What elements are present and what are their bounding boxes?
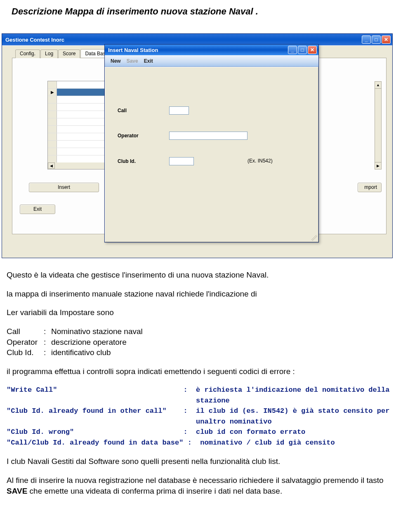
def-key: Call [7, 326, 44, 337]
definition-row: Club Id. : identificativo club [7, 347, 392, 358]
paragraph: la mappa di inserimento manuale stazione… [7, 289, 392, 299]
dialog-minimize-icon[interactable]: _ [288, 46, 297, 54]
close-icon[interactable]: ✕ [382, 35, 391, 44]
dialog-maximize-icon[interactable]: □ [298, 46, 307, 54]
text-span: che emette una videata di conferma prima… [27, 487, 282, 495]
dialog-body: Call Operator Club Id. (Ex. IN542) [105, 67, 318, 242]
maximize-icon[interactable]: □ [372, 35, 381, 44]
paragraph: I club Navali Gestiti dal Software sono … [7, 456, 392, 467]
resize-grip-icon[interactable] [311, 235, 317, 241]
menu-new[interactable]: New [111, 58, 121, 64]
scroll-up-icon[interactable]: ▲ [375, 82, 381, 89]
definition-row: Call : Nominativo stazione naval [7, 326, 392, 337]
definition-list: Call : Nominativo stazione naval Operato… [7, 326, 392, 358]
def-key: Club Id. [7, 347, 44, 358]
main-window: Gestione Contest Inorc _ □ ✕ Config. Log… [2, 33, 393, 258]
data-grid[interactable]: ▶ [47, 81, 105, 163]
minimize-icon[interactable]: _ [362, 35, 371, 44]
dialog-titlebar: Insert Naval Station _ □ ✕ [105, 45, 318, 55]
paragraph: Al fine di inserire la nuova registrazio… [7, 475, 392, 496]
definition-row: Operator : descrizione operatore [7, 337, 392, 348]
insert-naval-station-dialog: Insert Naval Station _ □ ✕ New Save Exit… [104, 44, 319, 242]
dialog-menubar: New Save Exit [105, 55, 318, 67]
menu-save[interactable]: Save [127, 58, 138, 64]
text-span: Al fine di inserire la nuova registrazio… [7, 476, 384, 485]
scroll-down-icon[interactable]: ▶ [375, 162, 381, 169]
def-colon: : [44, 347, 51, 358]
menu-exit[interactable]: Exit [144, 58, 153, 64]
tab-log[interactable]: Log [40, 49, 58, 58]
save-keyword: SAVE [7, 487, 27, 495]
row-pointer-icon: ▶ [51, 90, 54, 94]
dialog-title: Insert Naval Station [108, 47, 288, 53]
label-operator: Operator [118, 133, 169, 139]
insert-button[interactable]: Insert [29, 183, 99, 192]
scroll-left-icon[interactable]: ◀ [48, 162, 55, 169]
main-titlebar: Gestione Contest Inorc _ □ ✕ [2, 34, 392, 45]
def-value: Nominativo stazione naval [51, 326, 143, 337]
document-body: Questo è la videata che gestisce l'inser… [0, 258, 396, 496]
def-key: Operator [7, 337, 44, 348]
paragraph: il programma effettua i controlli sopra … [7, 366, 392, 377]
tab-config[interactable]: Config. [15, 49, 40, 58]
grid-vscrollbar[interactable]: ▲ ▶ [375, 81, 382, 169]
paragraph: Questo è la videata che gestisce l'inser… [7, 270, 392, 280]
tab-score[interactable]: Score [58, 49, 80, 58]
label-call: Call [118, 108, 169, 113]
club-id-input[interactable] [169, 157, 194, 165]
call-input[interactable] [169, 106, 189, 115]
import-button[interactable]: mport [358, 183, 382, 192]
club-id-hint: (Ex. IN542) [248, 158, 273, 164]
dialog-close-icon[interactable]: ✕ [308, 46, 317, 54]
main-window-title: Gestione Contest Inorc [5, 37, 362, 43]
def-colon: : [44, 326, 51, 337]
label-club-id: Club Id. [118, 158, 169, 164]
def-value: descrizione operatore [51, 337, 127, 348]
operator-input[interactable] [169, 132, 248, 140]
def-colon: : [44, 337, 51, 348]
def-value: identificativo club [51, 347, 111, 358]
grid-hscrollbar[interactable]: ◀ [47, 162, 105, 169]
error-codes-block: "Write Call" : è richiesta l'indicazione… [7, 385, 392, 448]
exit-button[interactable]: Exit [20, 205, 55, 214]
page-title: Descrizione Mappa di inserimento nuova s… [0, 6, 396, 17]
paragraph: Ler variabili da Impostare sono [7, 307, 392, 318]
